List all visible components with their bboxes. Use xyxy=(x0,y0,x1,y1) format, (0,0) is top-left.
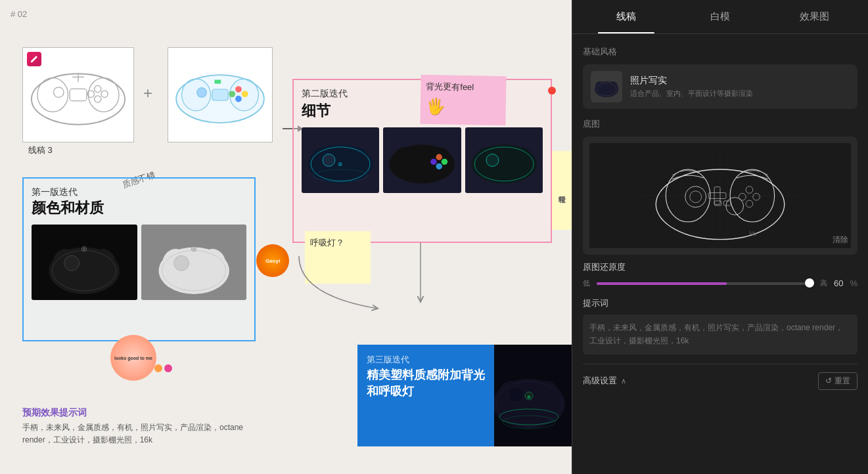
reset-label: 重置 xyxy=(834,376,850,387)
colorful-controller-box xyxy=(168,47,273,142)
advanced-section: 高级设置 ∧ ↺ 重置 xyxy=(583,364,857,393)
panel-tabs: 线稿 白模 效果图 xyxy=(572,0,868,34)
svg-text:⊕: ⊕ xyxy=(191,245,197,253)
sketch3-label: 线稿 3 xyxy=(28,144,53,156)
chevron-up-icon: ∧ xyxy=(621,377,626,385)
style-card-title: 照片写实 xyxy=(630,75,753,87)
svg-point-5 xyxy=(101,91,108,97)
svg-text:⊕: ⊕ xyxy=(527,395,531,399)
prompt-section: 提示词 手柄，未来风，金属质感，有机，照片写实，产品渲染，octane rend… xyxy=(583,297,857,355)
sticky-note-yellow-side: 哩帮轮 xyxy=(552,151,572,230)
svg-point-50 xyxy=(173,255,189,270)
v1-render-1: ⊕ xyxy=(32,225,137,300)
slider-row: 低 高 60 % xyxy=(583,278,857,288)
style-thumb xyxy=(591,71,622,102)
svg-point-25 xyxy=(323,154,335,167)
hint-title: 预期效果提示词 xyxy=(22,407,256,419)
restore-slider-section: 原图还原度 低 高 60 % xyxy=(583,261,857,288)
v2-render-1: ⊕ xyxy=(302,127,379,193)
sketch3-box: 线稿 3 xyxy=(22,47,134,142)
v2-render-3 xyxy=(465,127,543,193)
svg-point-16 xyxy=(242,91,248,97)
right-panel: 线稿 白模 效果图 基础风格 照片写实 适合产品、室内、平面设 xyxy=(572,0,868,474)
svg-point-2 xyxy=(89,78,120,112)
looks-good-sticker: looks good to me xyxy=(110,335,156,381)
svg-point-14 xyxy=(197,88,207,98)
svg-point-32 xyxy=(442,159,447,165)
style-card-info: 照片写实 适合产品、室内、平面设计等摄影渲染 xyxy=(630,75,753,98)
v1-images: ⊕ ⊕ xyxy=(32,225,246,300)
base-image-container: ldy 清除 xyxy=(583,137,857,255)
v1-title: 颜色和材质 xyxy=(32,198,246,218)
sticky-pink-text: 背光更有feel xyxy=(426,81,474,92)
svg-point-57 xyxy=(508,387,524,402)
sticky-note-yellow-bottom: 呼吸灯？ xyxy=(305,231,371,284)
svg-point-7 xyxy=(95,96,101,102)
svg-point-44 xyxy=(64,255,80,270)
slider-min: 低 xyxy=(583,278,590,288)
svg-point-31 xyxy=(436,154,442,160)
panel-body: 基础风格 照片写实 适合产品、室内、平面设计等摄影渲染 底图 xyxy=(572,34,868,474)
svg-text:⊕: ⊕ xyxy=(338,160,343,167)
svg-rect-19 xyxy=(212,89,228,100)
svg-point-23 xyxy=(346,147,369,173)
plus-sign: + xyxy=(143,84,152,102)
svg-text:⊕: ⊕ xyxy=(81,245,87,253)
svg-point-48 xyxy=(198,249,225,281)
tab-linegao[interactable]: 线稿 xyxy=(579,0,673,33)
svg-point-37 xyxy=(509,147,532,173)
v2-images: ⊕ xyxy=(302,127,543,193)
svg-point-39 xyxy=(486,154,499,167)
v3-iteration-box: 第三版迭代 精美塑料质感附加背光和呼吸灯 xyxy=(357,345,494,446)
restore-label: 原图还原度 xyxy=(583,261,857,273)
sticky-note-pink: 背光更有feel 🖐 xyxy=(420,75,506,125)
reset-icon: ↺ xyxy=(825,376,832,385)
gaoyi-sticker: Gaoyi xyxy=(256,244,289,277)
slider-max: 高 xyxy=(820,278,827,288)
style-card-photorealistic[interactable]: 照片写实 适合产品、室内、平面设计等摄影渲染 xyxy=(583,64,857,109)
v3-title: 精美塑料质感附加背光和呼吸灯 xyxy=(367,367,485,400)
svg-point-3 xyxy=(54,87,64,98)
svg-point-15 xyxy=(235,86,242,93)
hint-section: 预期效果提示词 手柄，未来风，金属质感，有机，照片写实，产品渲染，octane … xyxy=(22,407,256,446)
section-style-title: 基础风格 xyxy=(583,46,857,58)
base-image: ldy xyxy=(589,143,851,248)
svg-point-42 xyxy=(89,249,116,281)
svg-text:ldy: ldy xyxy=(749,230,757,236)
advanced-label[interactable]: 高级设置 ∧ xyxy=(583,375,626,387)
svg-rect-8 xyxy=(70,89,87,100)
v3-render-area: ⊕ xyxy=(486,345,572,446)
slider-value: 60 xyxy=(834,278,843,288)
section-base-title: 底图 xyxy=(583,118,857,130)
canvas-number: # 02 xyxy=(11,9,27,19)
style-card-desc: 适合产品、室内、平面设计等摄影渲染 xyxy=(630,89,753,98)
svg-point-29 xyxy=(394,147,417,173)
svg-rect-20 xyxy=(214,79,221,83)
svg-point-18 xyxy=(235,96,242,102)
slider-fill xyxy=(597,282,727,285)
reset-button[interactable]: ↺ 重置 xyxy=(818,372,857,390)
slider-thumb[interactable] xyxy=(805,278,814,288)
v1-iteration-box: 第一版迭代 颜色和材质 ⊕ xyxy=(22,177,256,341)
slider-percent: % xyxy=(850,278,857,288)
sticky-yellow-bottom-text: 呼吸灯？ xyxy=(310,238,344,248)
tab-baimu[interactable]: 白模 xyxy=(673,0,767,33)
colorful-controller-svg xyxy=(168,48,272,142)
red-dot xyxy=(548,87,556,95)
clear-button[interactable]: 清除 xyxy=(833,234,848,246)
v3-subtitle: 第三版迭代 xyxy=(367,354,485,366)
hint-text: 手柄，未来风，金属质感，有机，照片写实，产品渲染，octane render，工… xyxy=(22,421,256,446)
svg-point-4 xyxy=(95,85,101,92)
prompt-label: 提示词 xyxy=(583,297,857,309)
svg-point-33 xyxy=(431,159,437,165)
v1-subtitle: 第一版迭代 xyxy=(32,186,246,198)
v1-render-2: ⊕ xyxy=(141,225,247,300)
svg-point-17 xyxy=(229,91,235,97)
canvas-area: # 02 线稿 3 + xyxy=(0,0,572,474)
prompt-text: 手柄，未来风，金属质感，有机，照片写实，产品渲染，octane render，工… xyxy=(583,314,857,355)
tab-xiaoguo[interactable]: 效果图 xyxy=(767,0,861,33)
slider-track[interactable] xyxy=(597,282,813,285)
v2-render-2 xyxy=(383,127,461,193)
svg-point-34 xyxy=(436,163,442,169)
svg-point-55 xyxy=(534,381,560,414)
